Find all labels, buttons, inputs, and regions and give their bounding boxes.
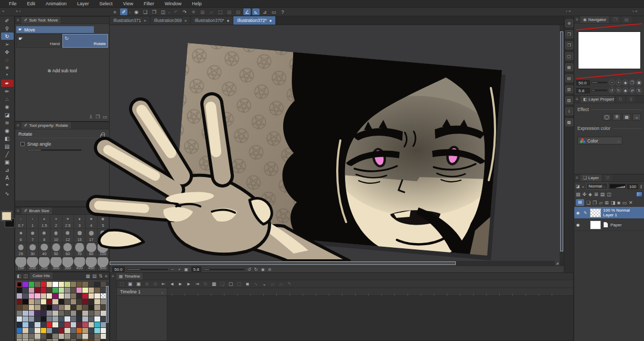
rotate-ccw-icon[interactable]: ↺ [246, 267, 252, 272]
lock-layer-icon[interactable]: ◈ [588, 192, 592, 197]
color-swatch[interactable] [47, 299, 52, 304]
menu-view[interactable]: View [119, 1, 138, 7]
brush-size-15[interactable]: 15 [74, 229, 85, 243]
fit-to-screen-icon[interactable]: ▣ [184, 267, 189, 272]
foreground-color-swatch[interactable] [2, 212, 12, 221]
color-swatch[interactable] [17, 299, 22, 304]
eraser-tool[interactable]: ◪ [1, 111, 14, 118]
brush-size-60[interactable]: 60 [62, 243, 74, 257]
palette-prev-icon[interactable]: ◧ [17, 273, 22, 279]
document-tab[interactable]: Illustration369× [151, 16, 191, 25]
canvas-viewport[interactable] [110, 25, 560, 261]
pencil-tool[interactable]: ✏ [1, 87, 14, 95]
color-swatch[interactable] [17, 322, 22, 327]
tl-paste-icon[interactable]: ▱ [278, 281, 284, 287]
tablet-settings-icon[interactable]: ▭ [270, 8, 277, 15]
clip-studio-icon[interactable]: ◉ [133, 8, 140, 15]
sub-tool-panel-tab[interactable]: ✐Sub Tool: Move [22, 17, 61, 24]
palette-save-icon[interactable]: ◫ [24, 273, 28, 279]
color-swatch[interactable] [101, 334, 106, 339]
brush-size-150[interactable]: 150 [15, 257, 27, 271]
tl-next-frame-icon[interactable]: ► [186, 281, 192, 287]
color-swatch[interactable] [89, 299, 94, 304]
color-swatch[interactable] [47, 288, 52, 293]
tool-property-panel-tab[interactable]: ✐Tool property: Rotate [22, 122, 71, 129]
color-swatch[interactable] [35, 299, 40, 304]
eyedropper-tool[interactable]: ❜ [1, 72, 14, 79]
layer-thumbnail[interactable] [590, 221, 601, 229]
tl-go-start-icon[interactable]: ⇤ [160, 281, 167, 287]
color-swatch[interactable] [59, 311, 64, 316]
color-swatch[interactable] [65, 293, 70, 299]
tl-onion-skin-icon[interactable]: ◙ [244, 281, 251, 287]
ref-layer-icon[interactable]: ▤ [600, 192, 605, 197]
color-swatch[interactable] [41, 316, 46, 322]
status-rotation-value[interactable]: 5.8 [191, 267, 201, 272]
brush-tool[interactable]: ✐ [1, 17, 14, 24]
color-swatch[interactable] [59, 293, 64, 299]
fill-selection-icon[interactable]: ▧ [234, 8, 242, 15]
color-swatch[interactable] [17, 311, 22, 316]
brush-size-17[interactable]: 17 [85, 229, 97, 243]
color-swatch[interactable] [23, 316, 28, 322]
color-swatch[interactable] [77, 316, 82, 322]
color-swatch[interactable] [71, 311, 76, 316]
color-swatch[interactable] [41, 288, 46, 293]
new-vector-layer-icon[interactable]: ❐ [593, 200, 597, 205]
redo-icon[interactable]: ↷ [181, 8, 188, 15]
color-swatch[interactable] [59, 299, 64, 304]
color-swatch[interactable] [47, 293, 52, 299]
modified-dot-icon[interactable]: ● [227, 18, 229, 23]
panel-menu-icon[interactable]: ≡ [576, 97, 578, 102]
menu-layer[interactable]: Layer [72, 1, 94, 7]
menu-filter[interactable]: Filter [139, 1, 159, 7]
brush-size-350[interactable]: 350 [62, 257, 74, 271]
canvas-horizontal-scrollbar[interactable]: ◢ [110, 261, 560, 266]
color-swatch[interactable] [71, 299, 76, 304]
color-swatch[interactable] [29, 328, 34, 333]
brush-size-2.5[interactable]: 2.5 [62, 215, 74, 229]
color-swatch[interactable] [35, 282, 40, 287]
layer-panel-tab[interactable]: ❏Layer [581, 174, 602, 181]
color-swatch[interactable] [94, 316, 100, 322]
text-tool[interactable]: A [1, 174, 14, 181]
color-swatch[interactable] [94, 288, 100, 293]
brush-size-30[interactable]: 30 [27, 243, 38, 257]
color-history-panel-tab[interactable]: Color His [30, 272, 52, 279]
color-swatch[interactable] [71, 334, 76, 339]
color-swatch[interactable] [41, 293, 46, 299]
brush-size-25[interactable]: 25 [15, 243, 27, 257]
duplicate-subtool-icon[interactable]: ❐ [95, 114, 100, 119]
brush-size-450[interactable]: 450 [85, 257, 97, 271]
collapse-right-dock-icon[interactable]: › » [632, 9, 637, 14]
color-swatch[interactable] [59, 328, 64, 333]
color-swatch[interactable] [89, 316, 94, 322]
color-swatch[interactable] [35, 328, 40, 333]
add-sub-tool-button[interactable]: ⊕ Add sub tool [15, 68, 109, 73]
new-folder-icon[interactable]: ▱ [599, 200, 603, 205]
snap-angle-value[interactable]: 45 [95, 141, 101, 147]
draft-layer-icon[interactable]: ◫ [607, 192, 611, 197]
color-swatch[interactable] [82, 334, 88, 339]
nav-flip-v-icon[interactable]: ⇅ [636, 87, 642, 93]
color-swatch[interactable] [29, 316, 34, 322]
color-swatch[interactable] [82, 305, 88, 310]
color-swatch[interactable] [101, 293, 106, 299]
color-swatch[interactable] [52, 299, 58, 304]
color-swatch[interactable] [94, 334, 100, 339]
deselect-icon[interactable]: ▱ [208, 8, 215, 15]
color-swatch[interactable] [89, 293, 94, 299]
color-swatch[interactable] [82, 311, 88, 316]
color-swatch[interactable] [82, 293, 88, 299]
grid-view-icon[interactable]: ▦ [85, 273, 90, 279]
quick-access-icon[interactable]: ⊕ [565, 19, 573, 27]
color-swatch[interactable] [77, 334, 82, 339]
color-swatch[interactable] [41, 328, 46, 333]
color-swatch[interactable] [71, 282, 76, 287]
nav-actual-icon[interactable]: ❐ [629, 80, 635, 85]
move-layer-tool[interactable]: ✜ [1, 48, 14, 56]
color-swatch[interactable] [65, 328, 70, 333]
color-swatch[interactable] [47, 334, 52, 339]
tl-edit-icon[interactable]: ▣ [127, 281, 133, 287]
color-swatch[interactable] [65, 311, 70, 316]
